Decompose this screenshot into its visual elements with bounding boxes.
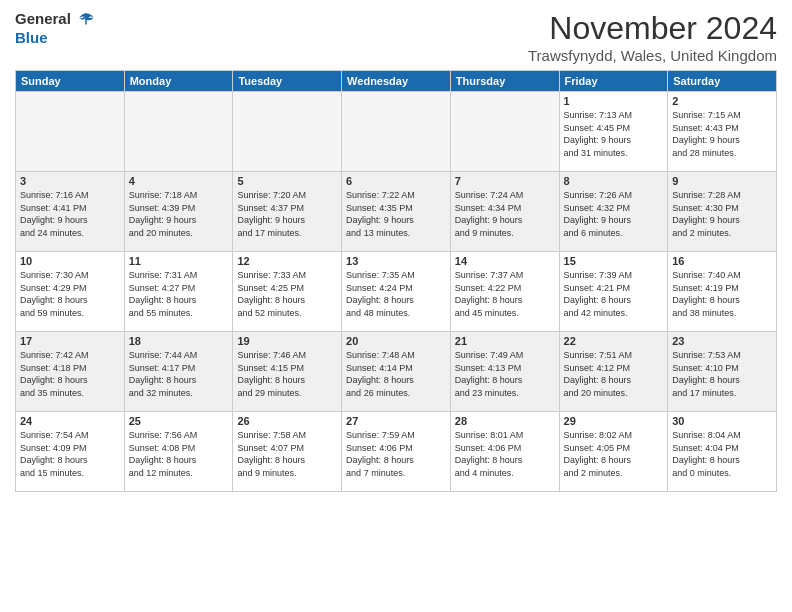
day-info: Sunrise: 7:58 AM Sunset: 4:07 PM Dayligh… [237, 429, 337, 479]
logo: General Blue [15, 10, 95, 46]
calendar-cell: 29Sunrise: 8:02 AM Sunset: 4:05 PM Dayli… [559, 412, 668, 492]
day-number: 14 [455, 255, 555, 267]
calendar-cell: 10Sunrise: 7:30 AM Sunset: 4:29 PM Dayli… [16, 252, 125, 332]
day-info: Sunrise: 7:16 AM Sunset: 4:41 PM Dayligh… [20, 189, 120, 239]
day-number: 22 [564, 335, 664, 347]
calendar-cell: 30Sunrise: 8:04 AM Sunset: 4:04 PM Dayli… [668, 412, 777, 492]
day-info: Sunrise: 7:35 AM Sunset: 4:24 PM Dayligh… [346, 269, 446, 319]
day-number: 23 [672, 335, 772, 347]
day-number: 19 [237, 335, 337, 347]
calendar-cell: 23Sunrise: 7:53 AM Sunset: 4:10 PM Dayli… [668, 332, 777, 412]
col-sunday: Sunday [16, 71, 125, 92]
day-number: 9 [672, 175, 772, 187]
day-info: Sunrise: 7:20 AM Sunset: 4:37 PM Dayligh… [237, 189, 337, 239]
calendar-cell: 2Sunrise: 7:15 AM Sunset: 4:43 PM Daylig… [668, 92, 777, 172]
calendar-table: Sunday Monday Tuesday Wednesday Thursday… [15, 70, 777, 492]
calendar-cell: 18Sunrise: 7:44 AM Sunset: 4:17 PM Dayli… [124, 332, 233, 412]
weekday-header-row: Sunday Monday Tuesday Wednesday Thursday… [16, 71, 777, 92]
calendar-cell: 20Sunrise: 7:48 AM Sunset: 4:14 PM Dayli… [342, 332, 451, 412]
calendar-cell: 3Sunrise: 7:16 AM Sunset: 4:41 PM Daylig… [16, 172, 125, 252]
week-row-3: 10Sunrise: 7:30 AM Sunset: 4:29 PM Dayli… [16, 252, 777, 332]
day-number: 2 [672, 95, 772, 107]
calendar-cell: 8Sunrise: 7:26 AM Sunset: 4:32 PM Daylig… [559, 172, 668, 252]
calendar-cell: 7Sunrise: 7:24 AM Sunset: 4:34 PM Daylig… [450, 172, 559, 252]
day-info: Sunrise: 7:40 AM Sunset: 4:19 PM Dayligh… [672, 269, 772, 319]
calendar-cell: 24Sunrise: 7:54 AM Sunset: 4:09 PM Dayli… [16, 412, 125, 492]
col-monday: Monday [124, 71, 233, 92]
day-info: Sunrise: 7:22 AM Sunset: 4:35 PM Dayligh… [346, 189, 446, 239]
day-info: Sunrise: 7:48 AM Sunset: 4:14 PM Dayligh… [346, 349, 446, 399]
calendar-cell: 11Sunrise: 7:31 AM Sunset: 4:27 PM Dayli… [124, 252, 233, 332]
calendar-cell: 22Sunrise: 7:51 AM Sunset: 4:12 PM Dayli… [559, 332, 668, 412]
day-number: 24 [20, 415, 120, 427]
title-block: November 2024 Trawsfynydd, Wales, United… [528, 10, 777, 64]
calendar-cell: 28Sunrise: 8:01 AM Sunset: 4:06 PM Dayli… [450, 412, 559, 492]
day-info: Sunrise: 7:15 AM Sunset: 4:43 PM Dayligh… [672, 109, 772, 159]
day-info: Sunrise: 8:01 AM Sunset: 4:06 PM Dayligh… [455, 429, 555, 479]
day-number: 11 [129, 255, 229, 267]
calendar-cell: 6Sunrise: 7:22 AM Sunset: 4:35 PM Daylig… [342, 172, 451, 252]
day-number: 16 [672, 255, 772, 267]
col-wednesday: Wednesday [342, 71, 451, 92]
day-number: 26 [237, 415, 337, 427]
day-number: 6 [346, 175, 446, 187]
day-info: Sunrise: 7:24 AM Sunset: 4:34 PM Dayligh… [455, 189, 555, 239]
calendar-cell [233, 92, 342, 172]
day-info: Sunrise: 7:44 AM Sunset: 4:17 PM Dayligh… [129, 349, 229, 399]
calendar-cell: 27Sunrise: 7:59 AM Sunset: 4:06 PM Dayli… [342, 412, 451, 492]
week-row-4: 17Sunrise: 7:42 AM Sunset: 4:18 PM Dayli… [16, 332, 777, 412]
day-info: Sunrise: 7:31 AM Sunset: 4:27 PM Dayligh… [129, 269, 229, 319]
col-friday: Friday [559, 71, 668, 92]
calendar-cell: 5Sunrise: 7:20 AM Sunset: 4:37 PM Daylig… [233, 172, 342, 252]
week-row-2: 3Sunrise: 7:16 AM Sunset: 4:41 PM Daylig… [16, 172, 777, 252]
calendar-cell [342, 92, 451, 172]
day-number: 1 [564, 95, 664, 107]
day-number: 5 [237, 175, 337, 187]
logo-general: General [15, 10, 71, 27]
day-number: 29 [564, 415, 664, 427]
day-number: 8 [564, 175, 664, 187]
page-header: General Blue November 2024 Trawsfynydd, … [15, 10, 777, 64]
day-number: 25 [129, 415, 229, 427]
day-number: 30 [672, 415, 772, 427]
location-text: Trawsfynydd, Wales, United Kingdom [528, 47, 777, 64]
calendar-cell: 15Sunrise: 7:39 AM Sunset: 4:21 PM Dayli… [559, 252, 668, 332]
day-info: Sunrise: 7:33 AM Sunset: 4:25 PM Dayligh… [237, 269, 337, 319]
day-info: Sunrise: 7:18 AM Sunset: 4:39 PM Dayligh… [129, 189, 229, 239]
col-saturday: Saturday [668, 71, 777, 92]
calendar-cell [16, 92, 125, 172]
calendar-cell: 9Sunrise: 7:28 AM Sunset: 4:30 PM Daylig… [668, 172, 777, 252]
day-info: Sunrise: 7:30 AM Sunset: 4:29 PM Dayligh… [20, 269, 120, 319]
day-number: 17 [20, 335, 120, 347]
day-number: 4 [129, 175, 229, 187]
calendar-cell: 25Sunrise: 7:56 AM Sunset: 4:08 PM Dayli… [124, 412, 233, 492]
day-number: 7 [455, 175, 555, 187]
page: General Blue November 2024 Trawsfynydd, … [0, 0, 792, 612]
calendar-cell [124, 92, 233, 172]
calendar-cell: 19Sunrise: 7:46 AM Sunset: 4:15 PM Dayli… [233, 332, 342, 412]
col-thursday: Thursday [450, 71, 559, 92]
calendar-cell: 21Sunrise: 7:49 AM Sunset: 4:13 PM Dayli… [450, 332, 559, 412]
day-number: 12 [237, 255, 337, 267]
calendar-cell: 26Sunrise: 7:58 AM Sunset: 4:07 PM Dayli… [233, 412, 342, 492]
day-info: Sunrise: 7:51 AM Sunset: 4:12 PM Dayligh… [564, 349, 664, 399]
day-info: Sunrise: 8:04 AM Sunset: 4:04 PM Dayligh… [672, 429, 772, 479]
day-number: 21 [455, 335, 555, 347]
day-number: 3 [20, 175, 120, 187]
calendar-cell [450, 92, 559, 172]
day-info: Sunrise: 7:37 AM Sunset: 4:22 PM Dayligh… [455, 269, 555, 319]
day-number: 27 [346, 415, 446, 427]
day-info: Sunrise: 7:28 AM Sunset: 4:30 PM Dayligh… [672, 189, 772, 239]
day-number: 28 [455, 415, 555, 427]
day-info: Sunrise: 8:02 AM Sunset: 4:05 PM Dayligh… [564, 429, 664, 479]
day-number: 20 [346, 335, 446, 347]
day-info: Sunrise: 7:26 AM Sunset: 4:32 PM Dayligh… [564, 189, 664, 239]
calendar-cell: 13Sunrise: 7:35 AM Sunset: 4:24 PM Dayli… [342, 252, 451, 332]
logo-bird-icon [77, 11, 95, 29]
day-number: 18 [129, 335, 229, 347]
col-tuesday: Tuesday [233, 71, 342, 92]
day-info: Sunrise: 7:59 AM Sunset: 4:06 PM Dayligh… [346, 429, 446, 479]
calendar-cell: 14Sunrise: 7:37 AM Sunset: 4:22 PM Dayli… [450, 252, 559, 332]
logo-blue: Blue [15, 29, 95, 46]
day-info: Sunrise: 7:49 AM Sunset: 4:13 PM Dayligh… [455, 349, 555, 399]
